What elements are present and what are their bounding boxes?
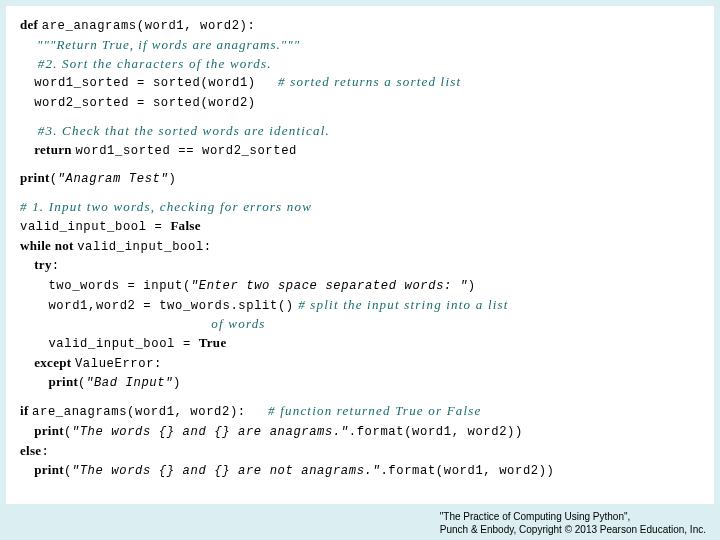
condition: are_anagrams(word1, word2): [32,405,246,419]
string-literal: "Anagram Test" [58,172,169,186]
code-line: else: [20,442,700,462]
inline-comment: # sorted returns a sorted list [256,74,461,89]
keyword-print: print [20,170,50,185]
indent [20,277,48,292]
keyword-true: True [199,335,227,350]
code-line: print("Anagram Test") [20,169,700,189]
paren: ( [64,425,72,439]
code-line: if are_anagrams(word1, word2): # functio… [20,402,700,422]
keyword-print: print [20,462,64,477]
func-sig: are_anagrams(word1, word2): [42,19,256,33]
statement: word1_sorted = sorted(word1) [34,76,256,90]
inline-comment: # function returned True or False [246,403,482,418]
comment: # 1. Input two words, checking for error… [20,198,700,217]
paren: ( [78,376,86,390]
footer-line2: Punch & Enbody, Copyright © 2013 Pearson… [440,524,706,537]
code-line: valid_input_bool = True [20,334,700,354]
statement: word2_sorted = sorted(word2) [34,96,256,110]
keyword-def: def [20,17,42,32]
statement: two_words = input( [48,279,190,293]
code-line: two_words = input("Enter two space separ… [20,276,700,296]
keyword-try: try [20,257,52,272]
colon: : [41,445,49,459]
code-line: def are_anagrams(word1, word2): [20,16,700,36]
code-line: word1,word2 = two_words.split() # split … [20,296,700,316]
code-line: while not valid_input_bool: [20,237,700,257]
format-call: .format(word1, word2)) [349,425,523,439]
footer-line1: "The Practice of Computing Using Python"… [440,511,706,524]
paren: ( [64,464,72,478]
statement: valid_input_bool = [20,220,170,234]
paren: ( [50,172,58,186]
paren: ) [468,279,476,293]
keyword-return: return [20,142,75,157]
comment-cont: of words [20,315,700,334]
condition: valid_input_bool: [77,240,212,254]
footer-citation: "The Practice of Computing Using Python"… [440,511,706,536]
keyword-print: print [20,374,78,389]
indent [20,297,48,312]
string-literal: "Bad Input" [86,376,173,390]
indent [20,74,34,89]
indent [20,94,34,109]
comment: #3. Check that the sorted words are iden… [20,122,700,141]
code-line: print("The words {} and {} are anagrams.… [20,422,700,442]
string-literal: "The words {} and {} are not anagrams." [72,464,381,478]
paren: ) [173,376,181,390]
code-line: try: [20,256,700,276]
indent [20,335,48,350]
keyword-false: False [170,218,200,233]
code-line: except ValueError: [20,354,700,374]
string-literal: "The words {} and {} are anagrams." [72,425,349,439]
paren: ) [168,172,176,186]
keyword-else: else [20,443,41,458]
colon: : [52,259,60,273]
keyword-while: while not [20,238,77,253]
keyword-except: except [20,355,75,370]
code-line: word2_sorted = sorted(word2) [20,93,700,113]
code-line: valid_input_bool = False [20,217,700,237]
statement: word1,word2 = two_words.split() [48,299,293,313]
exc-type: ValueError: [75,357,162,371]
code-line: print("The words {} and {} are not anagr… [20,461,700,481]
inline-comment: # split the input string into a list [294,297,509,312]
format-call: .format(word1, word2)) [380,464,554,478]
docstring: """Return True, if words are anagrams.""… [20,36,700,55]
expression: word1_sorted == word2_sorted [75,144,297,158]
code-line: print("Bad Input") [20,373,700,393]
code-line: word1_sorted = sorted(word1) # sorted re… [20,73,700,93]
keyword-print: print [20,423,64,438]
string-literal: "Enter two space separated words: " [191,279,468,293]
code-block: def are_anagrams(word1, word2): """Retur… [6,6,714,504]
comment: #2. Sort the characters of the words. [20,55,700,74]
statement: valid_input_bool = [48,337,198,351]
keyword-if: if [20,403,32,418]
code-line: return word1_sorted == word2_sorted [20,141,700,161]
